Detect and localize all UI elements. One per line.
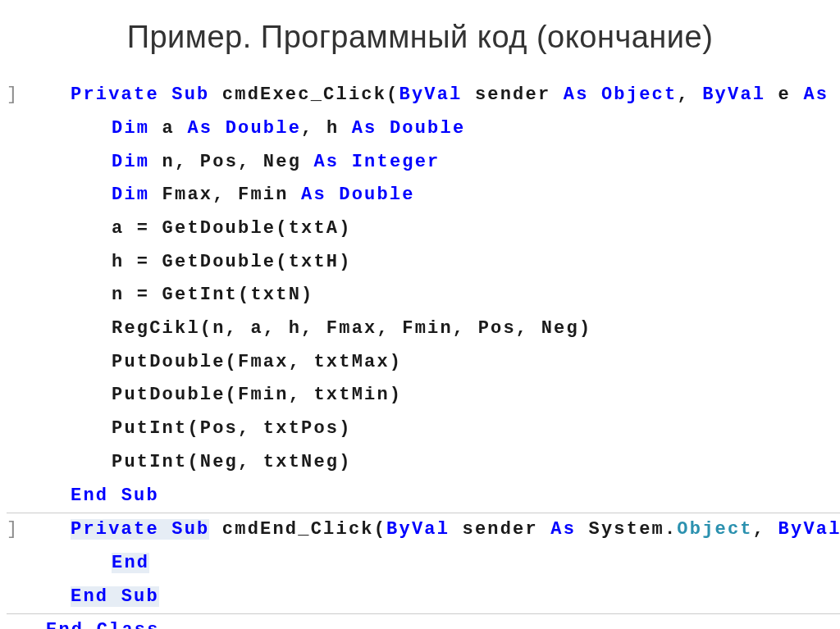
keyword: Sub [171, 519, 209, 540]
code-line: PutInt(Pos, txtPos) [7, 412, 840, 446]
code-line: h = GetDouble(txtH) [7, 246, 840, 280]
code-line: PutDouble(Fmin, txtMin) [7, 379, 840, 412]
code-line: End Sub [7, 581, 840, 614]
keyword: Sub [121, 485, 159, 506]
keyword: End [71, 586, 108, 607]
keyword: As [187, 118, 212, 139]
keyword: As [301, 185, 326, 205]
keyword: Dim [112, 152, 149, 172]
keyword: Private [71, 84, 159, 105]
code-line: PutInt(Neg, txtNeg) [7, 446, 840, 480]
gutter-mark: ] [7, 513, 23, 547]
keyword: As [564, 84, 589, 105]
keyword: As [550, 519, 576, 540]
keyword: Dim [112, 185, 149, 205]
keyword: End [71, 485, 108, 506]
code-line: ]Private Sub cmdExec_Click(ByVal sender … [7, 79, 840, 112]
code-line: Dim Fmax, Fmin As Double [7, 179, 840, 212]
keyword: Private [71, 519, 159, 540]
keyword: As [313, 152, 339, 172]
keyword: Integer [352, 152, 441, 172]
code-line: ]Private Sub cmdEnd_Click(ByVal sender A… [7, 513, 840, 547]
keyword: Sub [121, 586, 159, 607]
keyword: ByVal [386, 519, 450, 540]
keyword: As [352, 118, 377, 139]
code-line: RegCikl(n, a, h, Fmax, Fmin, Pos, Neg) [7, 312, 840, 346]
keyword: Object [601, 84, 677, 105]
keyword: As [803, 84, 829, 105]
keyword: ByVal [399, 84, 463, 105]
code-line: Dim a As Double, h As Double [7, 112, 840, 146]
gutter-mark: ] [7, 79, 23, 112]
code-line: a = GetDouble(txtA) [7, 212, 840, 246]
code-block: ]Private Sub cmdExec_Click(ByVal sender … [0, 79, 840, 629]
keyword: ByVal [702, 84, 765, 105]
keyword: Dim [112, 118, 149, 139]
keyword: Class [97, 620, 160, 629]
type-name: Object [677, 519, 752, 540]
code-line: End Sub [7, 480, 840, 513]
keyword: ByVal [778, 519, 840, 540]
keyword: End [46, 620, 84, 629]
keyword: Double [339, 185, 414, 205]
slide-title: Пример. Программный код (окончание) [0, 0, 840, 79]
keyword: Double [226, 118, 301, 139]
code-line: Dim n, Pos, Neg As Integer [7, 146, 840, 180]
code-line: n = GetInt(txtN) [7, 279, 840, 312]
keyword: Double [390, 118, 465, 139]
code-line: PutDouble(Fmax, txtMax) [7, 346, 840, 380]
code-line: End Class [7, 614, 840, 629]
keyword: Sub [171, 84, 209, 105]
code-line: End [7, 547, 840, 581]
keyword: End [112, 553, 149, 573]
